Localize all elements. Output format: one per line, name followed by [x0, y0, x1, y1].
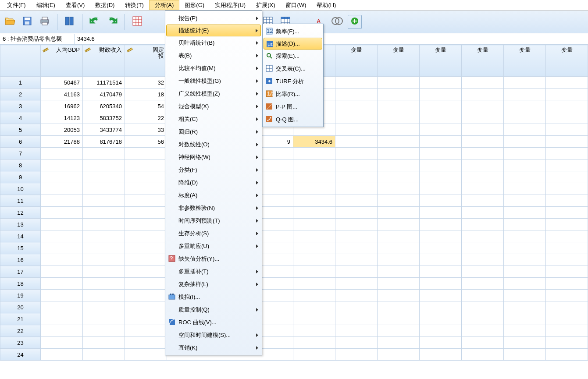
- cell[interactable]: [462, 266, 504, 278]
- cell[interactable]: [293, 337, 335, 349]
- cell[interactable]: [504, 159, 546, 171]
- cell[interactable]: [378, 148, 420, 159]
- cell[interactable]: [378, 219, 420, 230]
- menu-data[interactable]: 数据(D): [90, 0, 120, 10]
- cell[interactable]: [462, 278, 504, 290]
- cell[interactable]: 20053: [41, 124, 83, 136]
- menu-item[interactable]: 探索(E)...: [264, 50, 322, 62]
- cell[interactable]: [83, 290, 125, 301]
- cell[interactable]: [83, 242, 125, 254]
- cell[interactable]: [420, 77, 462, 89]
- row-number[interactable]: 19: [0, 290, 41, 301]
- cell[interactable]: 4170479: [83, 89, 125, 100]
- menu-item[interactable]: 报告(P): [166, 12, 261, 25]
- cell[interactable]: [546, 183, 588, 195]
- cell[interactable]: [335, 112, 378, 124]
- cell[interactable]: 16962: [41, 100, 83, 112]
- row-number[interactable]: 5: [0, 124, 41, 136]
- cell[interactable]: [125, 183, 167, 195]
- cell[interactable]: 41163: [41, 89, 83, 100]
- cell[interactable]: [420, 290, 462, 301]
- row-number[interactable]: 10: [0, 183, 41, 195]
- cell[interactable]: [83, 207, 125, 219]
- cell[interactable]: [420, 242, 462, 254]
- cell[interactable]: [41, 266, 83, 278]
- cell[interactable]: 56: [125, 136, 167, 148]
- cell[interactable]: [335, 278, 378, 290]
- row-number[interactable]: 7: [0, 148, 41, 159]
- cell[interactable]: [420, 148, 462, 159]
- cell[interactable]: [462, 159, 504, 171]
- cell[interactable]: [83, 159, 125, 171]
- cell[interactable]: [546, 290, 588, 301]
- cell[interactable]: [546, 148, 588, 159]
- cell[interactable]: [83, 195, 125, 207]
- cell[interactable]: [504, 219, 546, 230]
- cell[interactable]: [420, 349, 462, 361]
- cell[interactable]: [41, 159, 83, 171]
- cell[interactable]: [293, 219, 335, 230]
- cell[interactable]: [41, 290, 83, 301]
- cell[interactable]: [41, 325, 83, 337]
- row-number[interactable]: 15: [0, 242, 41, 254]
- row-number[interactable]: 20: [0, 301, 41, 313]
- menu-window[interactable]: 窗口(W): [280, 0, 311, 10]
- cell[interactable]: [125, 171, 167, 183]
- menu-item[interactable]: 直销(K): [166, 341, 261, 354]
- menu-help[interactable]: 帮助(H): [311, 0, 341, 10]
- cell[interactable]: [546, 77, 588, 89]
- menu-item[interactable]: 分类(F): [166, 163, 261, 176]
- cell[interactable]: [125, 325, 167, 337]
- menu-item[interactable]: μσ描述(D)...: [264, 38, 322, 50]
- col-header-fixed[interactable]: 固定投: [125, 45, 167, 77]
- cell[interactable]: [462, 195, 504, 207]
- menu-item[interactable]: 生存分析(S): [166, 227, 261, 240]
- menu-item[interactable]: 非参数检验(N): [166, 202, 261, 214]
- menu-item[interactable]: 多重插补(T): [166, 265, 261, 278]
- cell[interactable]: 18: [125, 89, 167, 100]
- cell[interactable]: [504, 301, 546, 313]
- cell[interactable]: [462, 254, 504, 266]
- cell[interactable]: [546, 278, 588, 290]
- cell[interactable]: [293, 301, 335, 313]
- cell[interactable]: [462, 207, 504, 219]
- cell[interactable]: [420, 136, 462, 148]
- cell[interactable]: [420, 254, 462, 266]
- cell[interactable]: [420, 195, 462, 207]
- cell[interactable]: [504, 313, 546, 325]
- menu-item[interactable]: 复杂抽样(L): [166, 278, 261, 290]
- cell[interactable]: [462, 242, 504, 254]
- col-header-var[interactable]: 变量: [462, 45, 504, 77]
- cell[interactable]: [41, 183, 83, 195]
- cell[interactable]: [293, 313, 335, 325]
- row-number[interactable]: 17: [0, 266, 41, 278]
- col-header-var[interactable]: 变量: [546, 45, 588, 77]
- cell[interactable]: [83, 266, 125, 278]
- cell[interactable]: [420, 171, 462, 183]
- cell[interactable]: [378, 77, 420, 89]
- cell[interactable]: [462, 313, 504, 325]
- columns-button[interactable]: [63, 15, 77, 29]
- cell[interactable]: [420, 207, 462, 219]
- menu-item[interactable]: 广义线性模型(Z): [166, 87, 261, 100]
- cell[interactable]: [41, 171, 83, 183]
- cell[interactable]: [420, 266, 462, 278]
- cell[interactable]: [504, 207, 546, 219]
- row-number[interactable]: 13: [0, 219, 41, 230]
- cell[interactable]: [335, 89, 378, 100]
- cell[interactable]: [335, 171, 378, 183]
- menu-item[interactable]: ROC 曲线(V)...: [166, 316, 261, 329]
- menu-item[interactable]: 回归(R): [166, 125, 261, 138]
- cell[interactable]: [293, 207, 335, 219]
- cell[interactable]: [125, 349, 167, 361]
- cell[interactable]: [420, 124, 462, 136]
- cell[interactable]: [293, 195, 335, 207]
- add-button[interactable]: [348, 15, 362, 29]
- cell[interactable]: [378, 112, 420, 124]
- cell[interactable]: [41, 195, 83, 207]
- undo-button[interactable]: [88, 15, 102, 29]
- menu-item[interactable]: 混合模型(X): [166, 100, 261, 113]
- row-number[interactable]: 9: [0, 171, 41, 183]
- cell[interactable]: [41, 148, 83, 159]
- cell[interactable]: [462, 219, 504, 230]
